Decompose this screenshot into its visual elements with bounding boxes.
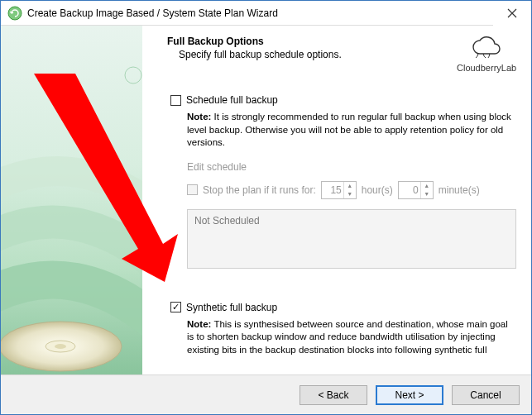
window-title: Create Backup Image Based / System State… — [27, 7, 493, 19]
sidebar-artwork: • — [1, 26, 142, 374]
minutes-down-icon: ▼ — [421, 190, 433, 198]
schedule-full-section: Schedule full backup Note: It is strongl… — [170, 94, 516, 269]
hours-up-icon: ▲ — [344, 182, 356, 190]
stop-plan-row: Stop the plan if it runs for: ▲▼ hour(s)… — [187, 181, 516, 199]
synthetic-checkbox[interactable] — [170, 302, 181, 312]
hours-stepper: ▲▼ — [321, 181, 357, 199]
next-button[interactable]: Next > — [376, 385, 443, 405]
synthetic-label: Synthetic full backup — [186, 302, 277, 313]
minutes-stepper: ▲▼ — [398, 181, 434, 199]
cloud-icon — [470, 36, 503, 59]
title-bar: Create Backup Image Based / System State… — [1, 1, 531, 26]
brand-block: CloudberryLab — [457, 36, 516, 73]
brand-label: CloudberryLab — [457, 63, 516, 73]
schedule-full-note: Note: It is strongly recommended to run … — [187, 111, 516, 150]
content-panel: Full Backup Options Specify full backup … — [142, 26, 531, 374]
synthetic-note: Note: This is synthesised between source… — [187, 318, 516, 357]
close-button[interactable] — [493, 1, 531, 26]
page-title: Full Backup Options — [167, 36, 457, 47]
schedule-full-checkbox[interactable] — [170, 95, 181, 106]
app-icon — [7, 6, 22, 21]
minutes-input — [399, 184, 420, 196]
minutes-up-icon: ▲ — [421, 182, 433, 190]
svg-point-1 — [125, 67, 141, 83]
hours-unit: hour(s) — [362, 184, 393, 196]
button-bar: < Back Next > Cancel — [1, 374, 531, 414]
page-subtitle: Specify full backup schedule options. — [179, 49, 457, 60]
synthetic-section: Synthetic full backup Note: This is synt… — [170, 302, 516, 357]
dialog-body: • Full Backup Options Specify full backu… — [1, 26, 531, 374]
minutes-unit: minute(s) — [439, 184, 480, 196]
wizard-dialog: Create Backup Image Based / System State… — [0, 0, 532, 415]
schedule-full-label: Schedule full backup — [186, 94, 278, 106]
hours-down-icon: ▼ — [344, 190, 356, 198]
schedule-status-box: Not Scheduled — [187, 209, 516, 269]
hours-input — [322, 184, 343, 196]
cancel-button[interactable]: Cancel — [452, 385, 520, 405]
svg-point-5 — [55, 344, 66, 349]
stop-plan-label: Stop the plan if it runs for: — [203, 184, 316, 196]
back-button[interactable]: < Back — [300, 385, 367, 405]
svg-point-0 — [8, 7, 22, 20]
stop-plan-checkbox — [187, 184, 198, 195]
edit-schedule-link: Edit schedule — [187, 161, 516, 173]
svg-text:•: • — [37, 75, 41, 85]
